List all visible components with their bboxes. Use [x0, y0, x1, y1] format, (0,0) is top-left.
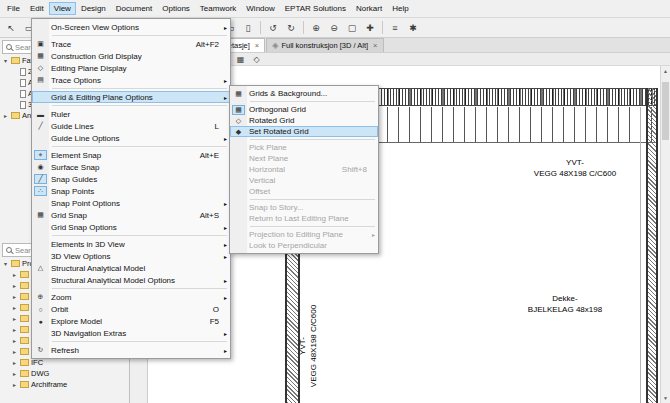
menubar-item[interactable]: Window	[241, 2, 279, 15]
view-menu-item[interactable]: ╱ Snap Guides ▸	[32, 173, 230, 185]
scroll-up-icon[interactable]: ▲	[663, 68, 668, 74]
view-menu-item[interactable]: 3D View Options ▸	[32, 250, 230, 262]
expand-arrow-icon[interactable]: ▸	[11, 359, 18, 366]
view-menu-item[interactable]: ● Explore Model F5 ▸	[32, 315, 230, 327]
expand-arrow-icon[interactable]: ▸	[11, 326, 18, 333]
redo-icon[interactable]: ↻	[283, 20, 299, 35]
settings-icon[interactable]: ✱	[405, 20, 421, 35]
view-menu-item[interactable]: ╱ Guide Lines L ▸	[32, 120, 230, 132]
menu-item-label: Editing Plane Display	[51, 64, 209, 73]
view-menu-item[interactable]: △ Structural Analytical Model ▸	[32, 262, 230, 274]
grid-submenu-item[interactable]: Projection to Editing Plane ▸	[230, 229, 378, 240]
expand-arrow-icon[interactable]: ▸	[11, 315, 18, 322]
view-menu-item[interactable]: ◇ Editing Plane Display ▸	[32, 62, 230, 74]
view-menu-item[interactable]: ↻ Refresh ▸	[32, 344, 230, 356]
toolbar-icon[interactable]	[260, 21, 261, 34]
tab-close-icon[interactable]: ×	[373, 41, 377, 50]
view-menu-item[interactable]: ▦ Construction Grid Display ▸	[32, 50, 230, 62]
tree-item-icon	[20, 381, 29, 388]
menu-item-grid-editing-plane-options[interactable]: Grid & Editing Plane Options ▸	[32, 91, 230, 103]
view-menu-item[interactable]: ∴ Snap Points ▸	[32, 185, 230, 197]
grid-submenu-item[interactable]: ▦ Orthogonal Grid ▸	[230, 104, 378, 115]
tree-item-icon	[20, 337, 29, 344]
scroll-down-icon[interactable]: ▼	[663, 395, 668, 401]
view-menu-item[interactable]: ○ Orbit O ▸	[32, 303, 230, 315]
view-menu-item[interactable]: Snap Point Options ▸	[32, 197, 230, 209]
scrollbar-thumb[interactable]	[662, 82, 669, 140]
editing-plane-icon[interactable]: ◇	[250, 54, 263, 65]
grid-submenu-item[interactable]: Vertical ▸	[230, 175, 378, 186]
menubar-item[interactable]: View	[49, 2, 76, 15]
zoom-out-icon[interactable]: ⊖	[326, 20, 342, 35]
tab-full-konstruksjon[interactable]: ◈ Full konstruksjon [3D / Alt] ×	[266, 38, 383, 52]
menubar-item[interactable]: Edit	[25, 2, 49, 15]
view-menu-item[interactable]: Elements in 3D View ▸	[32, 238, 230, 250]
menu-item-label: Offset	[249, 187, 357, 196]
grid-submenu-item[interactable]: Next Plane ▸	[230, 153, 378, 164]
menu-item-icon	[34, 133, 47, 143]
view-menu-item[interactable]: ⊕ Zoom ▸	[32, 291, 230, 303]
menu-item-icon: ○	[34, 304, 47, 314]
expand-arrow-icon[interactable]: ▸	[11, 293, 18, 300]
expand-arrow-icon[interactable]: ▸	[11, 348, 18, 355]
vertical-scrollbar[interactable]: ▲ ▼	[660, 66, 670, 403]
grid-submenu-item[interactable]: ◇ Rotated Grid ▸	[230, 115, 378, 126]
expand-arrow-icon[interactable]: ▾	[2, 260, 9, 267]
expand-arrow-icon[interactable]: ▸	[2, 112, 9, 119]
grid-submenu-item[interactable]: Return to Last Editing Plane ▸	[230, 213, 378, 224]
zoom-in-icon[interactable]: ⊕	[308, 20, 324, 35]
menubar-item[interactable]: Document	[111, 2, 157, 15]
grid-submenu-item[interactable]: Horizontal Shift+8 ▸	[230, 164, 378, 175]
view-menu-item[interactable]: Guide Line Options ▸	[32, 132, 230, 144]
pan-icon[interactable]: ✚	[362, 20, 378, 35]
view-menu-item[interactable]: ▤ Trace Options ▸	[32, 74, 230, 86]
view-menu-item[interactable]: ▬ Ruler ▸	[32, 108, 230, 120]
column-tool-icon[interactable]: ▯	[240, 20, 256, 35]
expand-arrow-icon[interactable]: ▸	[11, 381, 18, 388]
grid-display-icon[interactable]: ▦	[234, 54, 247, 65]
view-menu-item[interactable]: Grid Snap Options ▸	[32, 221, 230, 233]
layers-icon[interactable]: ≡	[387, 20, 403, 35]
view-map-tree-item[interactable]: ▸ Archiframe	[0, 379, 129, 390]
view-menu-item[interactable]: 3D Navigation Extras ▸	[32, 327, 230, 339]
menubar-item[interactable]: File	[2, 2, 25, 15]
expand-arrow-icon[interactable]: ▸	[11, 271, 18, 278]
submenu-item-set-rotated-grid[interactable]: ◆ Set Rotated Grid ▸	[230, 126, 378, 137]
menubar-item[interactable]: EPTAR Solutions	[280, 2, 351, 15]
menu-item-label: Grids & Background...	[249, 89, 357, 98]
menu-item-icon: ◇	[232, 116, 245, 126]
menubar-item[interactable]: Teamwork	[195, 2, 241, 15]
view-menu-item[interactable]: ▦ Grid Snap Alt+S ▸	[32, 209, 230, 221]
grid-submenu-item[interactable]: ▦ Grids & Background... ▸	[230, 88, 378, 99]
view-menu-item[interactable]: ◉ Surface Snap ▸	[32, 161, 230, 173]
submenu-arrow-icon: ▸	[219, 94, 227, 101]
view-menu-item[interactable]: ▣ Trace Alt+F2 ▸	[32, 38, 230, 50]
grid-submenu-item[interactable]: Pick Plane ▸	[230, 142, 378, 153]
menubar-item[interactable]: Norkart	[351, 2, 387, 15]
menu-item-label: 3D View Options	[51, 252, 209, 261]
fit-in-window-icon[interactable]: ▢	[344, 20, 360, 35]
menubar-item[interactable]: Help	[387, 2, 413, 15]
grid-submenu-item[interactable]: Look to Perpendicular ▸	[230, 240, 378, 251]
toolbar-icon[interactable]	[382, 21, 383, 34]
expand-arrow-icon[interactable]: ▸	[11, 370, 18, 377]
view-menu-item[interactable]: On-Screen View Options ▸	[32, 21, 230, 33]
expand-arrow-icon[interactable]: ▸	[11, 337, 18, 344]
expand-arrow-icon[interactable]: ▸	[11, 304, 18, 311]
expand-arrow-icon[interactable]: ▸	[11, 282, 18, 289]
grid-submenu-item[interactable]: Offset ▸	[230, 186, 378, 197]
menubar-item[interactable]: Design	[76, 2, 111, 15]
menu-item-icon: ╱	[34, 174, 47, 184]
arrow-tool-icon[interactable]: ↖	[3, 20, 19, 35]
menu-item-shortcut: Alt+F2	[196, 40, 219, 49]
view-menu-item[interactable]: Structural Analytical Model Options ▸	[32, 274, 230, 286]
expand-arrow-icon[interactable]: ▾	[2, 57, 9, 64]
tab-close-icon[interactable]: ×	[255, 41, 259, 50]
menubar-item[interactable]: Options	[157, 2, 195, 15]
grid-submenu-item[interactable]: Snap to Story... ▸	[230, 202, 378, 213]
toolbar-icon[interactable]	[303, 21, 304, 34]
view-menu-item[interactable]: ⌖ Element Snap Alt+E ▸	[32, 149, 230, 161]
view-map-tree-item[interactable]: ▸ DWG	[0, 368, 129, 379]
menu-item-label: Snap Guides	[51, 175, 209, 184]
undo-icon[interactable]: ↺	[265, 20, 281, 35]
